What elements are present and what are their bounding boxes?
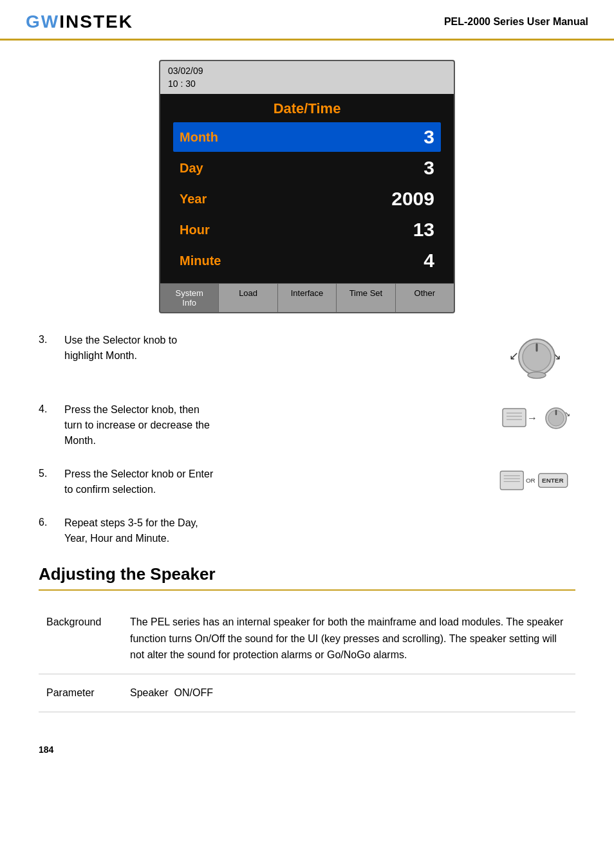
step-6-text: Repeat steps 3-5 for the Day,Year, Hour … <box>64 515 575 546</box>
step-3-icon: ↙ ↘ <box>498 333 575 384</box>
instructions: 3. Use the Selector knob tohighlight Mon… <box>39 333 575 546</box>
table-row-parameter: Parameter Speaker ON/OFF <box>39 674 575 712</box>
table-content-background: The PEL series has an internal speaker f… <box>122 604 575 674</box>
table-label-parameter: Parameter <box>39 674 122 712</box>
svg-point-5 <box>528 372 546 378</box>
table-row-background: Background The PEL series has an interna… <box>39 604 575 674</box>
instruction-3: 3. Use the Selector knob tohighlight Mon… <box>39 333 575 384</box>
manual-title: PEL-2000 Series User Manual <box>444 16 588 28</box>
svg-rect-15 <box>500 471 523 490</box>
info-table: Background The PEL series has an interna… <box>39 604 575 712</box>
tab-time-set[interactable]: Time Set <box>337 284 395 312</box>
row-label-year: Year <box>180 192 207 207</box>
screen-tabs: SystemInfo Load Interface Time Set Other <box>160 283 454 312</box>
step-4-number: 4. <box>39 402 64 415</box>
step-4-icon: → ↘ <box>498 402 575 434</box>
step-3-text: Use the Selector knob tohighlight Month. <box>64 333 485 364</box>
row-value-hour: 13 <box>413 219 434 241</box>
screen-main: Date/Time Month 3 Day 3 Year 20 <box>160 94 454 312</box>
row-label-month: Month <box>180 130 218 145</box>
svg-text:OR: OR <box>526 477 535 484</box>
step-3-number: 3. <box>39 333 64 346</box>
screen-row-hour: Hour 13 <box>173 215 441 245</box>
row-label-hour: Hour <box>180 223 210 237</box>
row-value-minute: 4 <box>423 250 434 272</box>
screen-row-month: Month 3 <box>173 122 441 152</box>
screen-date: 03/02/09 <box>168 65 446 78</box>
row-value-month: 3 <box>423 126 434 148</box>
tab-interface[interactable]: Interface <box>278 284 337 312</box>
section-divider <box>39 589 575 591</box>
tab-load[interactable]: Load <box>219 284 277 312</box>
screen-row-day: Day 3 <box>173 153 441 183</box>
step-6-number: 6. <box>39 515 64 528</box>
row-label-minute: Minute <box>180 254 221 268</box>
svg-text:→: → <box>527 412 537 423</box>
instruction-5: 5. Press the Selector knob or Enterto co… <box>39 466 575 497</box>
row-value-day: 3 <box>423 157 434 179</box>
svg-rect-6 <box>503 409 526 427</box>
logo-gw: GW <box>26 12 59 32</box>
screen-time: 10 : 30 <box>168 78 446 91</box>
step-5-icon: OR ENTER <box>498 466 575 495</box>
svg-text:ENTER: ENTER <box>542 477 563 484</box>
knob-icon: ↙ ↘ <box>508 333 566 384</box>
svg-text:↘: ↘ <box>564 410 570 418</box>
step-4-text: Press the Selector knob, thenturn to inc… <box>64 402 485 448</box>
table-label-background: Background <box>39 604 122 674</box>
step-5-text: Press the Selector knob or Enterto confi… <box>64 466 485 497</box>
company-logo: GWINSTEK <box>26 12 133 32</box>
screen-topbar: 03/02/09 10 : 30 <box>160 61 454 94</box>
screen-rows: Month 3 Day 3 Year 2009 Hour <box>160 122 454 283</box>
screen-row-minute: Minute 4 <box>173 246 441 275</box>
logo-instek: INSTEK <box>59 12 133 32</box>
device-screen: 03/02/09 10 : 30 Date/Time Month 3 Day 3 <box>159 60 455 313</box>
page-header: GWINSTEK PEL-2000 Series User Manual <box>0 0 614 41</box>
row-value-year: 2009 <box>391 188 434 210</box>
device-screen-wrapper: 03/02/09 10 : 30 Date/Time Month 3 Day 3 <box>39 60 575 313</box>
section-heading: Adjusting the Speaker <box>39 564 575 584</box>
adjusting-speaker-section: Adjusting the Speaker Background The PEL… <box>39 564 575 712</box>
instruction-6: 6. Repeat steps 3-5 for the Day,Year, Ho… <box>39 515 575 546</box>
tab-other[interactable]: Other <box>396 284 454 312</box>
tab-system-info[interactable]: SystemInfo <box>160 284 219 312</box>
screen-title: Date/Time <box>160 94 454 122</box>
table-content-parameter: Speaker ON/OFF <box>122 674 575 712</box>
row-label-day: Day <box>180 161 203 176</box>
instruction-4: 4. Press the Selector knob, thenturn to … <box>39 402 575 448</box>
svg-text:↙: ↙ <box>509 349 519 362</box>
main-content: 03/02/09 10 : 30 Date/Time Month 3 Day 3 <box>0 41 614 732</box>
enter-icon: OR ENTER <box>498 466 575 495</box>
page-number: 184 <box>0 732 614 768</box>
screen-row-year: Year 2009 <box>173 184 441 214</box>
step-5-number: 5. <box>39 466 64 479</box>
press-turn-icon: → ↘ <box>501 402 572 434</box>
